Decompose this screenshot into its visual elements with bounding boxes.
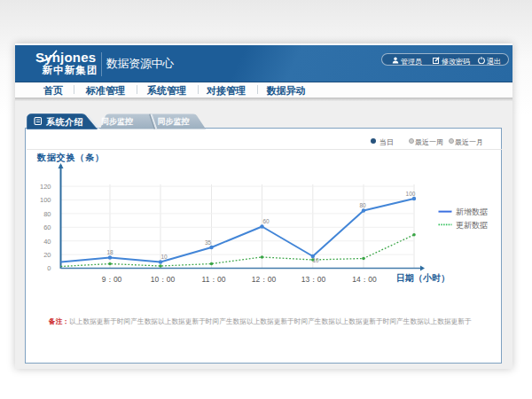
- svg-text:18: 18: [106, 249, 113, 255]
- svg-text:60: 60: [43, 223, 51, 231]
- svg-text:11：00: 11：00: [202, 275, 226, 284]
- svg-text:12：00: 12：00: [252, 275, 277, 284]
- svg-text:新增数据: 新增数据: [456, 207, 488, 216]
- svg-text:日期（小时）: 日期（小时）: [396, 273, 450, 283]
- svg-text:10: 10: [312, 257, 319, 263]
- svg-text:35: 35: [205, 239, 212, 246]
- svg-text:同步监控: 同步监控: [158, 117, 190, 126]
- svg-text:60: 60: [262, 218, 270, 224]
- svg-text:20: 20: [43, 251, 51, 259]
- svg-text:10：00: 10：00: [151, 275, 176, 284]
- svg-text:10: 10: [160, 254, 168, 260]
- svg-text:系统介绍: 系统介绍: [45, 117, 83, 127]
- svg-text:13：00: 13：00: [301, 275, 326, 284]
- svg-text:40: 40: [43, 238, 51, 246]
- svg-text:更新数据: 更新数据: [456, 221, 488, 230]
- svg-text:100: 100: [40, 196, 51, 204]
- svg-text:80: 80: [43, 210, 51, 218]
- svg-text:120: 120: [40, 183, 51, 191]
- svg-text:14：00: 14：00: [352, 275, 377, 284]
- svg-text:9：00: 9：00: [102, 275, 122, 284]
- svg-text:80: 80: [359, 202, 366, 208]
- svg-text:100: 100: [406, 191, 416, 197]
- svg-text:0: 0: [47, 264, 51, 272]
- svg-text:同步监控: 同步监控: [101, 117, 133, 126]
